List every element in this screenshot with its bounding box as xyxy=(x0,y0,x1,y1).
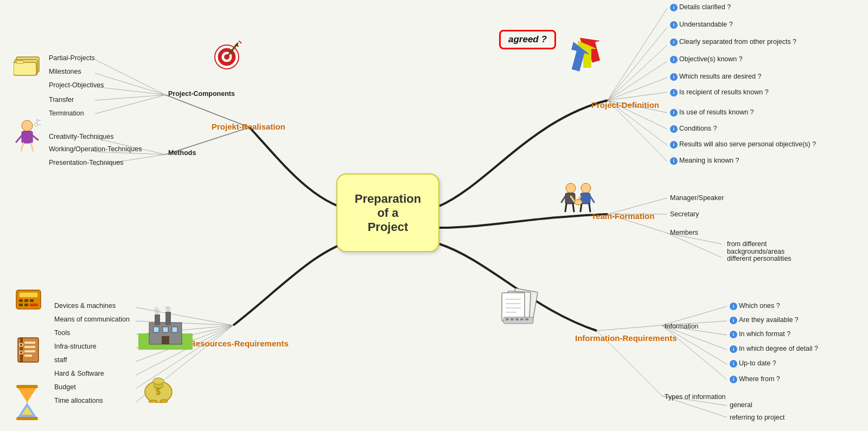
res-communication: Means of communication xyxy=(54,316,130,323)
people-icon xyxy=(559,182,597,217)
svg-rect-118 xyxy=(24,355,32,357)
svg-line-55 xyxy=(31,143,33,151)
svg-line-77 xyxy=(580,204,582,211)
svg-point-50 xyxy=(22,120,33,131)
svg-line-14 xyxy=(608,78,667,100)
svg-line-78 xyxy=(589,204,590,211)
tf-manager: Manager/Speaker xyxy=(670,194,724,202)
info-uptodate: iUp-to date ? xyxy=(730,359,776,368)
svg-line-52 xyxy=(16,136,22,142)
pd-item-1: iDetails clarified ? xyxy=(670,3,731,11)
svg-rect-90 xyxy=(155,314,160,325)
tf-secretary: Secretary xyxy=(670,210,699,218)
svg-rect-112 xyxy=(525,318,528,320)
papers-icon xyxy=(499,287,540,325)
pd-item-7: iIs use of results known ? xyxy=(670,108,754,117)
info-group-label: Information xyxy=(665,323,699,330)
svg-rect-109 xyxy=(510,318,514,320)
pd-item-5: iWhich results are desired ? xyxy=(670,73,761,81)
svg-line-3 xyxy=(95,87,165,95)
pr-objectives: Project-Objectives xyxy=(49,81,104,89)
svg-rect-99 xyxy=(162,336,169,344)
methods-label: Methods xyxy=(168,149,196,157)
svg-rect-111 xyxy=(520,318,524,320)
res-tools: Tools xyxy=(54,329,70,337)
svg-point-93 xyxy=(154,307,158,311)
svg-line-24 xyxy=(667,233,722,258)
pr-milestones: Milestones xyxy=(49,68,81,75)
svg-text:$: $ xyxy=(156,387,161,396)
target-icon xyxy=(212,41,244,70)
phone-icon xyxy=(14,287,43,312)
svg-rect-87 xyxy=(30,304,38,306)
svg-rect-97 xyxy=(163,327,168,332)
information-requirements-label: Information-Requirements xyxy=(575,333,677,343)
folders-icon xyxy=(14,49,43,76)
info-wherefrom: iWhere from ? xyxy=(730,375,780,383)
project-components: Project-Components xyxy=(168,90,235,98)
pd-item-2: iUnderstandable ? xyxy=(670,21,733,29)
project-definition-label: Project-Definition xyxy=(591,100,659,110)
svg-rect-84 xyxy=(30,299,34,302)
res-devices: Devices & machines xyxy=(54,302,116,310)
svg-line-66 xyxy=(239,41,240,42)
svg-point-132 xyxy=(160,400,168,403)
svg-rect-102 xyxy=(502,293,525,321)
res-staff: staff xyxy=(54,356,67,364)
svg-rect-83 xyxy=(24,299,28,302)
svg-line-1 xyxy=(95,60,165,95)
svg-point-67 xyxy=(566,183,576,193)
central-node: Preparation of a Project xyxy=(336,173,439,252)
factory-icon xyxy=(138,306,193,350)
res-budget: Budget xyxy=(54,383,76,391)
svg-line-13 xyxy=(608,61,667,100)
svg-point-79 xyxy=(575,200,582,205)
info-referring: referring to project xyxy=(730,414,784,421)
svg-rect-110 xyxy=(515,318,519,320)
pd-item-6: iIs recipient of results known ? xyxy=(670,88,769,97)
svg-line-2 xyxy=(95,73,165,95)
tf-personalities: different personalities xyxy=(727,255,792,262)
pr-partial: Partial-Projects xyxy=(49,54,95,62)
team-formation-label: Team-Formation xyxy=(591,211,654,221)
res-hardsoftware: Hard & Software xyxy=(54,370,104,377)
svg-rect-91 xyxy=(165,312,171,325)
arrows-icon xyxy=(564,33,608,73)
person-icon xyxy=(14,119,41,152)
svg-rect-48 xyxy=(14,62,36,75)
resources-label: Resources-Requirements xyxy=(190,339,289,348)
pd-item-3: iClearly separated from other projects ? xyxy=(670,38,796,46)
svg-rect-86 xyxy=(24,304,28,306)
svg-rect-68 xyxy=(565,193,575,204)
moneybag-icon: $ xyxy=(139,368,177,403)
svg-rect-82 xyxy=(19,299,23,302)
res-infra: Infra-structure xyxy=(54,343,97,350)
pr-creativity: Creativity-Techniques xyxy=(49,133,114,140)
info-detail: iIn which degree of detail ? xyxy=(730,345,818,353)
svg-rect-116 xyxy=(24,346,35,348)
res-time: Time allocations xyxy=(54,397,103,404)
svg-rect-85 xyxy=(19,304,23,306)
types-group-label: Types of information xyxy=(665,393,726,401)
tf-members: Members xyxy=(670,229,698,236)
svg-line-72 xyxy=(573,204,574,211)
svg-line-53 xyxy=(33,136,38,140)
central-title: Preparation of a Project xyxy=(355,192,421,234)
info-available: iAre they available ? xyxy=(730,316,799,324)
svg-marker-123 xyxy=(18,388,36,402)
svg-line-12 xyxy=(608,45,667,100)
agreed-label: agreed ? xyxy=(508,34,547,44)
svg-rect-51 xyxy=(22,131,33,143)
pd-item-8: iConditions ? xyxy=(670,125,717,133)
svg-line-11 xyxy=(608,27,667,100)
svg-rect-96 xyxy=(154,327,159,332)
tf-backgrounds: from differentbackgrounds/areas xyxy=(727,240,784,255)
svg-line-15 xyxy=(608,92,667,100)
svg-line-71 xyxy=(565,204,566,211)
svg-rect-49 xyxy=(16,61,24,63)
projekt-realisation-label: Projekt-Realisation xyxy=(212,122,285,131)
pr-transfer: Transfer xyxy=(49,96,74,104)
svg-point-129 xyxy=(153,378,164,384)
hourglass-icon xyxy=(14,385,41,420)
svg-point-58 xyxy=(36,119,39,121)
